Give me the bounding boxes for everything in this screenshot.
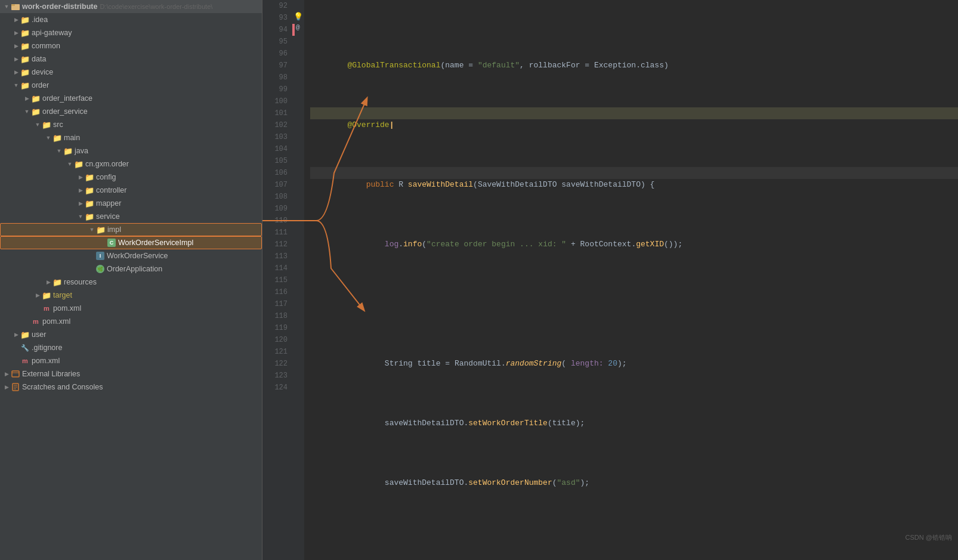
order-service-icon: 📁 xyxy=(31,107,41,116)
target-icon: 📁 xyxy=(42,290,51,300)
main-icon: 📁 xyxy=(52,133,62,143)
gitignore-label: .gitignore xyxy=(32,344,62,352)
sidebar-item-scratches[interactable]: ▶ Scratches and Consoles xyxy=(0,380,262,394)
sidebar-item-workorderserviceimpl[interactable]: ▶ C WorkOrderServiceImpl xyxy=(0,236,262,249)
code-content[interactable]: @GlobalTransactional(name = "default", r… xyxy=(304,0,958,560)
device-arrow: ▶ xyxy=(12,68,20,76)
sidebar-item-ext-libs[interactable]: ▶ External Libraries xyxy=(0,367,262,380)
sidebar-item-target[interactable]: ▶ 📁 target xyxy=(0,289,262,302)
pkg-icon: 📁 xyxy=(74,159,84,169)
common-arrow: ▶ xyxy=(12,42,20,50)
sidebar-item-orderapplication[interactable]: ▶ 🌿 OrderApplication xyxy=(0,262,262,276)
sidebar-item-config[interactable]: ▶ 📁 config xyxy=(0,171,262,184)
sidebar-item-pom-order[interactable]: ▶ m pom.xml xyxy=(0,315,262,328)
workorderservice-label: WorkOrderService xyxy=(107,252,168,260)
config-icon: 📁 xyxy=(85,172,94,182)
sidebar-item-service[interactable]: ▼ 📁 service xyxy=(0,210,262,223)
order-label: order xyxy=(32,81,49,89)
sidebar-item-idea[interactable]: ▶ 📁 .idea xyxy=(0,13,262,26)
data-icon: 📁 xyxy=(20,54,30,64)
sidebar-item-main[interactable]: ▼ 📁 main xyxy=(0,131,262,144)
impl-label: impl xyxy=(107,225,121,234)
ext-libs-icon xyxy=(11,369,20,379)
root-arrow: ▼ xyxy=(2,2,11,11)
code-line-96 xyxy=(310,286,958,298)
resources-label: resources xyxy=(64,278,97,286)
gutter-at-symbol: @ xyxy=(296,24,300,31)
sidebar-item-controller[interactable]: ▶ 📁 controller xyxy=(0,184,262,197)
sidebar-item-src[interactable]: ▼ 📁 src xyxy=(0,118,262,131)
sidebar-item-impl[interactable]: ▼ 📁 impl xyxy=(0,223,262,236)
impl-icon: 📁 xyxy=(96,225,106,234)
ext-libs-arrow: ▶ xyxy=(2,370,11,378)
user-icon: 📁 xyxy=(20,330,30,339)
tree-root[interactable]: ▼ work-order-distribute D:\code\exercise… xyxy=(0,0,262,13)
config-label: config xyxy=(96,173,116,181)
resources-icon: 📁 xyxy=(52,277,62,287)
code-line-97: String title = RandomUtil.randomString( … xyxy=(310,346,958,358)
idea-folder-icon: 📁 xyxy=(20,15,30,24)
ext-libs-label: External Libraries xyxy=(22,370,80,378)
sidebar-item-pom-root[interactable]: ▶ m pom.xml xyxy=(0,354,262,367)
mapper-arrow: ▶ xyxy=(76,199,85,208)
sidebar-item-order-service[interactable]: ▼ 📁 order_service xyxy=(0,105,262,118)
sidebar-item-order-interface[interactable]: ▶ 📁 order_interface xyxy=(0,92,262,105)
api-gateway-label: api-gateway xyxy=(32,29,72,37)
main-label: main xyxy=(64,134,80,142)
breakpoint-indicator xyxy=(292,24,295,36)
code-line-100 xyxy=(310,525,958,537)
gutter: 💡 @ xyxy=(292,0,304,560)
sidebar-item-gitignore[interactable]: ▶ 🔧 .gitignore xyxy=(0,341,262,354)
service-label: service xyxy=(96,212,120,221)
java-arrow: ▼ xyxy=(55,147,63,155)
service-icon: 📁 xyxy=(85,212,94,221)
gitignore-icon: 🔧 xyxy=(20,343,30,352)
order-icon: 📁 xyxy=(20,81,30,90)
resources-arrow: ▶ xyxy=(44,278,52,286)
scratches-icon xyxy=(11,382,20,392)
target-arrow: ▶ xyxy=(33,291,42,299)
sidebar-item-pkg[interactable]: ▼ 📁 cn.gxm.order xyxy=(0,157,262,171)
sidebar-item-java[interactable]: ▼ 📁 java xyxy=(0,144,262,157)
sidebar-item-resources[interactable]: ▶ 📁 resources xyxy=(0,276,262,289)
code-editor[interactable]: 92 93 94 95 96 97 98 99 100 101 102 103 … xyxy=(262,0,958,560)
pkg-arrow: ▼ xyxy=(66,160,74,168)
java-icon: 📁 xyxy=(63,146,73,156)
config-arrow: ▶ xyxy=(76,173,85,181)
workorderservice-icon: I xyxy=(95,251,105,261)
common-icon: 📁 xyxy=(20,41,30,51)
code-line-95: log.info("create order begin ... xid: " … xyxy=(310,227,958,239)
device-icon: 📁 xyxy=(20,67,30,77)
workorderserviceimpl-label: WorkOrderServiceImpl xyxy=(118,239,193,247)
api-gateway-icon: 📁 xyxy=(20,28,30,38)
root-label: work-order-distribute xyxy=(22,2,97,11)
pom-o-icon: m xyxy=(31,317,41,326)
sidebar-item-data[interactable]: ▶ 📁 data xyxy=(0,52,262,66)
order-service-arrow: ▼ xyxy=(23,107,31,116)
sidebar-item-api-gateway[interactable]: ▶ 📁 api-gateway xyxy=(0,26,262,39)
pom-os-label: pom.xml xyxy=(53,304,81,313)
root-path: D:\code\exercise\work-order-distribute\ xyxy=(100,3,212,10)
code-line-98: saveWithDetailDTO.setWorkOrderTitle(titl… xyxy=(310,406,958,417)
file-tree[interactable]: ▼ work-order-distribute D:\code\exercise… xyxy=(0,0,262,560)
order-interface-label: order_interface xyxy=(42,94,92,103)
sidebar-item-workorderservice[interactable]: ▶ I WorkOrderService xyxy=(0,249,262,262)
sidebar-item-pom-order-service[interactable]: ▶ m pom.xml xyxy=(0,302,262,315)
sidebar-item-order[interactable]: ▼ 📁 order xyxy=(0,79,262,92)
order-interface-arrow: ▶ xyxy=(23,94,31,103)
order-arrow: ▼ xyxy=(12,81,20,89)
pkg-label: cn.gxm.order xyxy=(85,160,129,168)
impl-arrow: ▼ xyxy=(88,225,96,234)
scratches-label: Scratches and Consoles xyxy=(22,383,103,391)
sidebar-item-common[interactable]: ▶ 📁 common xyxy=(0,39,262,52)
common-label: common xyxy=(32,42,60,50)
idea-arrow: ▶ xyxy=(12,16,20,24)
sidebar-item-device[interactable]: ▶ 📁 device xyxy=(0,66,262,79)
sidebar-item-user[interactable]: ▶ 📁 user xyxy=(0,328,262,341)
watermark: CSDN @锆锆呐 xyxy=(906,533,952,542)
service-arrow: ▼ xyxy=(76,212,85,221)
controller-label: controller xyxy=(96,186,126,194)
controller-arrow: ▶ xyxy=(76,186,85,194)
sidebar-item-mapper[interactable]: ▶ 📁 mapper xyxy=(0,197,262,210)
pom-root-icon: m xyxy=(20,356,30,366)
